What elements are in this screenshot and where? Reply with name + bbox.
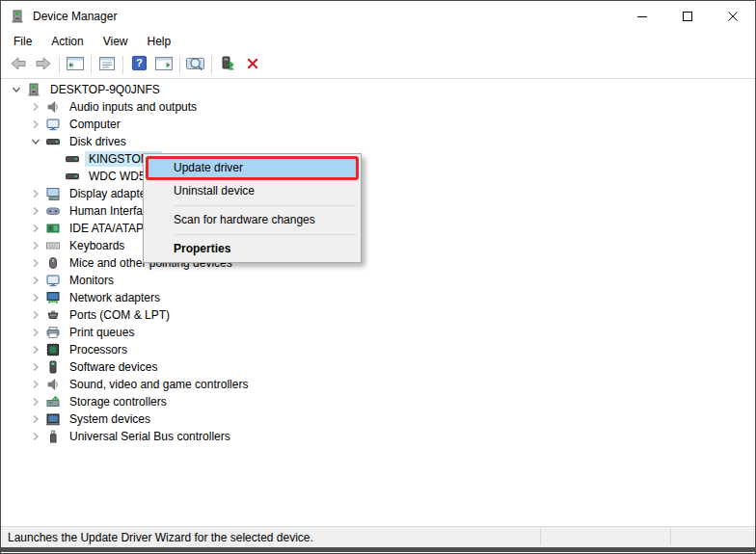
window-bottom-edge [1,547,755,552]
toolbar-separator [211,56,212,74]
port-icon [45,307,61,323]
update-driver-button[interactable] [215,54,240,77]
tree-row[interactable]: Print queues [1,324,755,341]
chevron-collapsed-icon[interactable] [26,241,45,251]
chevron-collapsed-icon[interactable] [26,206,45,216]
hid-icon [45,203,61,219]
menu-view[interactable]: View [94,32,138,51]
storage-icon [45,394,61,409]
tree-row[interactable]: DESKTOP-9Q0JNFS [1,81,755,98]
tree-row[interactable]: Disk drives [1,133,755,150]
chevron-collapsed-icon[interactable] [26,224,45,233]
show-action-pane-button[interactable] [151,54,176,77]
tree-row[interactable]: Ports (COM & LPT) [1,306,755,324]
tree-item-label[interactable]: IDE ATA/ATAPI [66,221,150,236]
chevron-collapsed-icon[interactable] [26,432,45,441]
tree-item-label[interactable]: Universal Serial Bus controllers [66,429,234,444]
scan-for-hardware-changes-button[interactable] [183,54,208,77]
chevron-collapsed-icon[interactable] [26,189,45,198]
show-console-tree-button[interactable] [63,54,88,77]
menu-help[interactable]: Help [138,32,181,51]
tree-item-label[interactable]: Print queues [66,325,138,340]
statusbar-separator [670,529,671,545]
display-adapter-icon [45,186,61,201]
tree-item-label[interactable]: Display adapte [66,186,149,201]
tree-item-label[interactable]: Human Interfa [66,203,147,219]
back-button[interactable] [6,54,31,77]
tree-row[interactable]: Mice and other pointing devices [1,254,755,272]
context-menu-item-properties[interactable]: Properties [146,238,359,260]
forward-button[interactable] [31,54,56,77]
tree-item-label[interactable]: Network adapters [66,290,164,305]
maximize-icon [683,8,692,25]
tree-item-label[interactable]: Ports (COM & LPT) [66,307,174,323]
menu-action[interactable]: Action [41,32,93,51]
close-button[interactable] [710,1,755,31]
tree-row[interactable]: System devices [1,410,755,428]
statusbar-separator [540,529,541,545]
toolbar-separator [122,56,123,74]
chevron-expanded-icon[interactable] [26,137,45,146]
disk-icon [65,151,80,167]
tree-item-label[interactable]: Storage controllers [66,394,171,409]
chevron-collapsed-icon[interactable] [26,102,45,112]
tree-row[interactable]: Sound, video and game controllers [1,376,755,393]
chevron-collapsed-icon[interactable] [26,380,45,389]
chevron-collapsed-icon[interactable] [26,119,45,129]
ide-icon [45,221,61,236]
tree-row[interactable]: Monitors [1,272,755,289]
toolbar-separator [179,56,180,74]
uninstall-device-button[interactable] [240,54,265,77]
chevron-collapsed-icon[interactable] [26,362,45,372]
context-menu-item-uninstall-device[interactable]: Uninstall device [146,180,359,202]
toolbar-separator [91,56,92,74]
chevron-collapsed-icon[interactable] [26,258,45,268]
help-button[interactable]: ? [126,54,151,77]
chevron-collapsed-icon[interactable] [26,397,45,407]
tree-item-label[interactable]: Sound, video and game controllers [66,377,252,392]
tree-row[interactable]: Storage controllers [1,393,755,410]
tree-row[interactable]: Network adapters [1,289,755,306]
console-tree-icon [66,55,85,76]
chevron-collapsed-icon[interactable] [26,414,45,424]
tree-item-label[interactable]: Audio inputs and outputs [66,99,201,115]
tree-row[interactable]: Software devices [1,358,755,376]
chevron-collapsed-icon[interactable] [26,345,45,355]
tree-row[interactable]: Universal Serial Bus controllers [1,428,755,445]
tree-item-label[interactable]: Processors [66,342,131,357]
chevron-expanded-icon[interactable] [7,85,26,94]
tree-row[interactable]: Human Interfa [1,202,755,220]
tree-row[interactable]: Audio inputs and outputs [1,98,755,116]
tree-row[interactable]: Keyboards [1,237,755,254]
tree-row[interactable]: KINGSTON [1,150,755,168]
maximize-button[interactable] [664,1,710,31]
tree-row[interactable]: Display adapte [1,185,755,202]
context-menu-item-update-driver[interactable]: Update driver [146,156,359,180]
system-icon [45,411,61,427]
tree-item-label[interactable]: Keyboards [66,238,128,253]
tree-row[interactable]: IDE ATA/ATAPI [1,220,755,237]
update-driver-icon [219,55,236,76]
tree-item-label[interactable]: Disk drives [66,134,130,149]
back-icon [10,55,27,76]
context-menu-item-scan-for-hardware-changes[interactable]: Scan for hardware changes [146,209,359,231]
tree-item-label[interactable]: Monitors [66,273,118,288]
title-bar: Device Manager [1,1,755,31]
tree-item-label[interactable]: Software devices [66,359,161,375]
tree-row[interactable]: Computer [1,116,755,133]
minimize-button[interactable] [619,1,664,31]
tree-item-label[interactable]: DESKTOP-9Q0JNFS [46,82,164,97]
chevron-collapsed-icon[interactable] [26,328,45,337]
menu-file[interactable]: File [4,32,41,51]
properties-button[interactable] [94,54,120,77]
scan-icon [185,55,206,76]
chevron-collapsed-icon[interactable] [26,293,45,303]
chevron-collapsed-icon[interactable] [26,310,45,320]
software-device-icon [45,359,61,375]
tree-item-label[interactable]: Computer [66,117,124,132]
tree-item-label[interactable]: System devices [66,411,154,427]
monitor-icon [45,273,61,288]
tree-row[interactable]: Processors [1,341,755,358]
tree-row[interactable]: WDC WD50 [1,168,755,185]
chevron-collapsed-icon[interactable] [26,276,45,285]
